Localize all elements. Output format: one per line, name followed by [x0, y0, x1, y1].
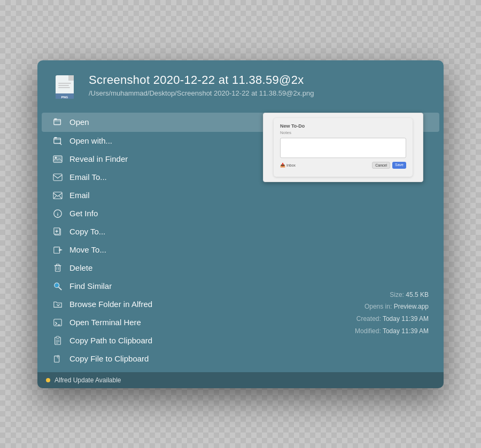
- mini-notes-field: [280, 138, 406, 158]
- update-bar[interactable]: Alfred Update Available: [37, 372, 444, 388]
- menu-item-delete-label: Delete: [69, 263, 92, 272]
- modified-label: Modified:: [355, 327, 381, 335]
- file-path: /Users/muhammad/Desktop/Screenshot 2020-…: [89, 89, 429, 97]
- size-value: 45.5 KB: [406, 291, 429, 298]
- menu-item-copy-path-label: Copy Path to Clipboard: [69, 336, 152, 345]
- copy-to-icon: [52, 226, 63, 237]
- menu-item-reveal-finder-label: Reveal in Finder: [69, 154, 128, 163]
- svg-rect-13: [55, 137, 57, 138]
- find-icon: [52, 281, 63, 292]
- open-icon: [52, 117, 63, 128]
- email-icon: [52, 190, 63, 201]
- svg-rect-30: [56, 265, 60, 271]
- menu-item-open-label: Open: [69, 117, 89, 127]
- open-with-icon: [52, 136, 63, 146]
- update-text: Alfred Update Available: [55, 376, 121, 384]
- trash-icon: [52, 263, 63, 273]
- file-modified-row: Modified: Today 11:39 AM: [263, 325, 429, 337]
- svg-line-22: [59, 195, 62, 198]
- menu-area: Open Open with... Reveal in Finder: [37, 113, 444, 372]
- svg-line-19: [53, 193, 58, 196]
- svg-line-36: [59, 287, 61, 289]
- file-info: Size: 45.5 KB Opens in: Preview.app Crea…: [263, 289, 429, 337]
- svg-rect-15: [53, 155, 62, 162]
- file-size-row: Size: 45.5 KB: [263, 289, 429, 301]
- file-created-row: Created: Today 11:39 AM: [263, 313, 429, 325]
- menu-item-find-similar-label: Find Similar: [69, 281, 112, 290]
- mini-dialog-buttons: Cancel Save: [372, 162, 406, 169]
- created-label: Created:: [356, 315, 381, 323]
- file-clipboard-icon: [52, 353, 63, 364]
- svg-rect-32: [56, 264, 59, 265]
- menu-item-browse-folder-label: Browse Folder in Alfred: [69, 300, 152, 309]
- file-opens-in-row: Opens in: Preview.app: [263, 301, 429, 313]
- menu-item-open-terminal-label: Open Terminal Here: [69, 318, 141, 327]
- browse-icon: [52, 299, 63, 310]
- mini-cancel-button: Cancel: [372, 162, 390, 169]
- opens-in-value: Preview.app: [394, 303, 429, 310]
- modified-value: Today 11:39 AM: [383, 327, 429, 335]
- svg-rect-6: [58, 85, 69, 86]
- svg-rect-7: [58, 87, 70, 88]
- preview-image: New To-Do Notes 📥 Inbox Cancel Save: [263, 113, 423, 182]
- file-title: Screenshot 2020-12-22 at 11.38.59@2x: [89, 73, 429, 87]
- svg-rect-40: [56, 336, 59, 338]
- svg-rect-2: [68, 75, 74, 81]
- header-text: Screenshot 2020-12-22 at 11.38.59@2x /Us…: [89, 73, 429, 97]
- preview-panel: New To-Do Notes 📥 Inbox Cancel Save: [263, 113, 429, 337]
- file-icon: PNG: [52, 74, 80, 102]
- svg-point-35: [55, 282, 59, 287]
- svg-text:i: i: [57, 211, 59, 216]
- header: PNG Screenshot 2020-12-22 at 11.38.59@2x…: [37, 60, 444, 113]
- menu-item-copy-to-label: Copy To...: [69, 227, 105, 236]
- svg-text:PNG: PNG: [61, 96, 68, 99]
- menu-item-email-label: Email: [69, 191, 90, 200]
- svg-line-20: [58, 193, 62, 196]
- terminal-icon: [52, 317, 63, 328]
- svg-rect-11: [54, 138, 61, 143]
- size-label: Size:: [390, 291, 404, 298]
- finder-icon: [52, 154, 63, 164]
- menu-item-move-to-label: Move To...: [69, 245, 106, 254]
- info-icon: i: [52, 208, 63, 219]
- update-dot: [46, 378, 50, 382]
- clipboard-icon: [52, 335, 63, 346]
- svg-rect-46: [57, 355, 59, 356]
- svg-rect-8: [54, 119, 61, 124]
- menu-item-get-info-label: Get Info: [69, 209, 98, 218]
- svg-rect-17: [53, 174, 62, 180]
- mini-save-button: Save: [392, 162, 406, 169]
- menu-item-copy-file-label: Copy File to Clipboard: [69, 354, 149, 363]
- opens-in-label: Opens in:: [364, 303, 392, 310]
- menu-item-open-with-label: Open with...: [69, 136, 112, 145]
- svg-line-21: [53, 195, 56, 198]
- mini-dialog-title: New To-Do: [280, 123, 406, 129]
- menu-item-email-to-label: Email To...: [69, 172, 107, 182]
- menu-item-copy-file[interactable]: Copy File to Clipboard: [37, 350, 444, 368]
- alfred-window: PNG Screenshot 2020-12-22 at 11.38.59@2x…: [37, 60, 444, 388]
- created-value: Today 11:39 AM: [383, 315, 429, 323]
- mini-inbox-label: 📥 Inbox: [280, 163, 296, 168]
- svg-rect-10: [55, 118, 57, 120]
- move-to-icon: [52, 245, 63, 255]
- svg-rect-5: [58, 83, 71, 84]
- svg-rect-29: [54, 247, 60, 253]
- email-to-icon: [52, 172, 63, 183]
- mini-dialog-notes-label: Notes: [280, 130, 406, 135]
